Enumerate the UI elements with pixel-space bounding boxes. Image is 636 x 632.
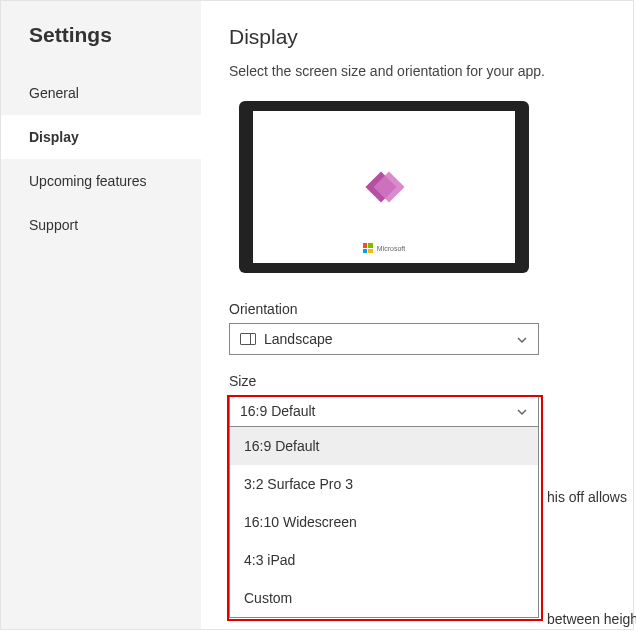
powerapps-logo-icon [366,169,402,205]
size-option-4-3-ipad[interactable]: 4:3 iPad [230,541,538,579]
obscured-text-right: his off allows [547,489,627,505]
microsoft-logo-text: Microsoft [377,245,405,252]
landscape-icon [240,333,256,345]
main-panel: Display Select the screen size and orien… [201,1,633,629]
option-label: 16:10 Widescreen [244,514,357,530]
device-screen: Microsoft [253,111,515,263]
page-subtitle: Select the screen size and orientation f… [229,63,605,79]
orientation-value: Landscape [264,331,333,347]
size-label: Size [229,373,605,389]
sidebar-item-label: Display [29,129,79,145]
device-preview: Microsoft [239,101,529,273]
orientation-select[interactable]: Landscape [229,323,539,355]
sidebar-item-label: Upcoming features [29,173,147,189]
obscured-text-bottom: between height [547,611,636,627]
chevron-down-icon [516,405,528,417]
size-option-3-2-surface-pro-3[interactable]: 3:2 Surface Pro 3 [230,465,538,503]
sidebar-item-general[interactable]: General [1,71,201,115]
sidebar-item-support[interactable]: Support [1,203,201,247]
microsoft-logo: Microsoft [363,243,405,253]
option-label: 3:2 Surface Pro 3 [244,476,353,492]
sidebar-item-upcoming-features[interactable]: Upcoming features [1,159,201,203]
size-option-custom[interactable]: Custom [230,579,538,617]
sidebar-item-label: General [29,85,79,101]
microsoft-logo-icon [363,243,373,253]
sidebar-item-display[interactable]: Display [1,115,201,159]
settings-window: Settings General Display Upcoming featur… [0,0,634,630]
option-label: 16:9 Default [244,438,320,454]
chevron-down-icon [516,333,528,345]
option-label: Custom [244,590,292,606]
size-field: Size 16:9 Default 16:9 Default 3:2 Surfa… [229,373,605,618]
page-title: Display [229,25,605,49]
sidebar-item-label: Support [29,217,78,233]
size-dropdown: 16:9 Default 3:2 Surface Pro 3 16:10 Wid… [229,427,539,618]
sidebar-title: Settings [1,23,201,71]
size-option-16-9-default[interactable]: 16:9 Default [230,427,538,465]
orientation-label: Orientation [229,301,605,317]
sidebar: Settings General Display Upcoming featur… [1,1,201,629]
orientation-field: Orientation Landscape [229,301,605,355]
option-label: 4:3 iPad [244,552,295,568]
size-option-16-10-widescreen[interactable]: 16:10 Widescreen [230,503,538,541]
size-select[interactable]: 16:9 Default [229,395,539,427]
size-value: 16:9 Default [240,403,316,419]
